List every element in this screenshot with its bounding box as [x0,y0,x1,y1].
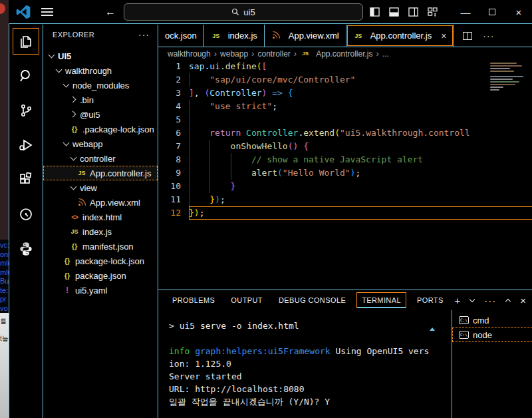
tree-item--package-lock-json[interactable]: {}.package-lock.json [43,122,158,136]
tree-item-label: App.view.xml [90,198,140,208]
toggle-secondary-sidebar-icon[interactable] [408,7,418,17]
activity-explorer[interactable] [13,29,39,54]
breadcrumb-label: App.controller.js [316,49,372,59]
line-number: 1 [158,60,189,73]
tree-item-index-html[interactable]: <>index.html [43,210,158,224]
files-icon [18,33,34,49]
tree-item-label: webapp [72,139,103,149]
code-text: "sap/ui/core/mvc/Controller" [189,73,532,87]
tree-item-app-controller-js[interactable]: JSApp.controller.js [43,166,158,180]
customize-layout-icon[interactable] [428,7,438,17]
tree-item-package-json[interactable]: {}package.json [43,268,158,283]
activity-source-control[interactable] [13,98,39,123]
tree-item-label: .bin [80,95,94,105]
indent-guide [189,153,209,166]
editor-group: ock.jsonJSindex.jsApp.view.xmlJSApp.cont… [158,25,532,418]
panel-tab-ports[interactable]: PORTS [412,293,448,308]
tab-ock-json[interactable]: ock.json [158,25,204,47]
terminal-dropdown-icon[interactable] [469,297,475,304]
explorer-actions-icon[interactable]: ··· [138,29,150,40]
minimize-button[interactable]: — [452,0,479,24]
tree-item-webapp[interactable]: webapp [43,136,158,151]
json-file-icon: {} [62,272,72,280]
activity-search[interactable] [13,63,39,89]
tree-item-view[interactable]: view [43,180,158,195]
breadcrumb: walkthrough›webapp›controller›JSApp.cont… [158,47,532,60]
activity-python[interactable] [13,236,39,262]
code-text: }); [189,206,532,220]
maximize-button[interactable] [479,0,505,24]
code-text: onShowHello() { [189,140,532,153]
json-file-icon: {} [69,125,80,133]
tree-item-ui5-yaml[interactable]: !ui5.yaml [43,283,158,298]
indent-guide [209,166,230,180]
command-center-search[interactable]: ui5 [124,3,363,21]
line-number: 10 [158,180,189,193]
maximize-panel-icon[interactable] [505,297,511,304]
tree-item-package-lock-json[interactable]: {}package-lock.json [43,254,158,268]
tree-item-node-modules[interactable]: node_modules [43,78,158,93]
activity-extensions[interactable] [13,167,39,192]
close-panel-icon[interactable]: × [520,296,526,306]
tree-item-label: manifest.json [82,242,134,252]
breadcrumb-item[interactable]: controller [257,49,290,59]
panel-tab-terminal[interactable]: TERMINAL [357,293,406,308]
background-red-dot [0,3,5,14]
breadcrumb-label: controller [257,49,290,59]
tree-item-label: package.json [75,271,126,281]
maximize-icon [489,9,495,15]
sash-marker [430,327,435,331]
tab-actions: ··· [463,25,494,47]
tab-app-view-xml[interactable]: App.view.xml [265,25,346,47]
code-text: alert("Hello World"); [189,166,532,180]
split-editor-icon[interactable] [463,32,472,40]
tree-item-app-view-xml[interactable]: App.view.xml [43,195,158,210]
code-line-5: 5 [158,113,532,126]
tree-item-controller[interactable]: controller [43,151,158,166]
terminal-output[interactable]: > ui5 serve -o index.html info graph:hel… [158,310,452,418]
activity-run-debug[interactable] [13,132,39,158]
tab-label: index.js [228,31,257,41]
code-editor[interactable]: 1sap.ui.define([2"sap/ui/core/mvc/Contro… [158,60,532,290]
chevron-down-icon [69,183,78,192]
tree-item-label: view [80,183,97,193]
menu-icon[interactable] [41,8,53,16]
tab-app-controller-js[interactable]: JSApp.controller.js× [346,25,454,47]
background-window-text: vc:ontmlumluBute:prvo [0,240,9,313]
tree-item-index-js[interactable]: JSindex.js [43,224,158,239]
indent-guide [209,140,230,153]
panel-tab-output[interactable]: OUTPUT [226,293,267,308]
close-tab-icon[interactable]: × [441,31,446,41]
panel-more-actions-icon[interactable]: ··· [484,296,496,306]
toggle-panel-icon[interactable] [389,7,399,17]
editor-more-actions-icon[interactable]: ··· [483,31,494,41]
explorer-title: EXPLORER [53,31,94,39]
terminal-instance-cmd[interactable]: C:\cmd [452,313,532,327]
tab-bar: ock.jsonJSindex.jsApp.view.xmlJSApp.cont… [158,25,532,47]
breadcrumb-item[interactable]: ... [382,49,389,59]
tree-item-manifest-json[interactable]: {}manifest.json [43,239,158,254]
json-file-icon: {} [62,257,72,265]
line-number: 7 [158,140,189,153]
tree-item--bin[interactable]: .bin [43,93,158,107]
panel-tab-debug-console[interactable]: DEBUG CONSOLE [274,293,350,308]
indent-guide [189,126,209,140]
js-file-icon: JS [69,228,80,235]
new-terminal-button[interactable]: + [454,296,460,306]
panel-tab-problems[interactable]: PROBLEMS [168,293,219,308]
close-button[interactable]: × [505,0,532,24]
tree-item-ui5[interactable]: UI5 [43,49,158,63]
toggle-sidebar-icon[interactable] [370,7,380,17]
back-button[interactable]: ← [105,6,116,18]
tree-item-walkthrough[interactable]: walkthrough [43,63,158,78]
breadcrumb-item[interactable]: webapp [220,49,248,59]
terminal-instance-node[interactable]: C:\node [452,327,532,342]
breadcrumb-item[interactable]: walkthrough [168,49,211,59]
chevron-down-icon [62,139,71,148]
activity-clock[interactable] [13,202,39,227]
tab-index-js[interactable]: JSindex.js [204,25,265,47]
tree-item--ui5[interactable]: @ui5 [43,107,158,122]
tree-item-label: walkthrough [65,66,112,76]
code-line-2: 2"sap/ui/core/mvc/Controller" [158,73,532,87]
breadcrumb-item[interactable]: JSApp.controller.js [300,49,372,59]
